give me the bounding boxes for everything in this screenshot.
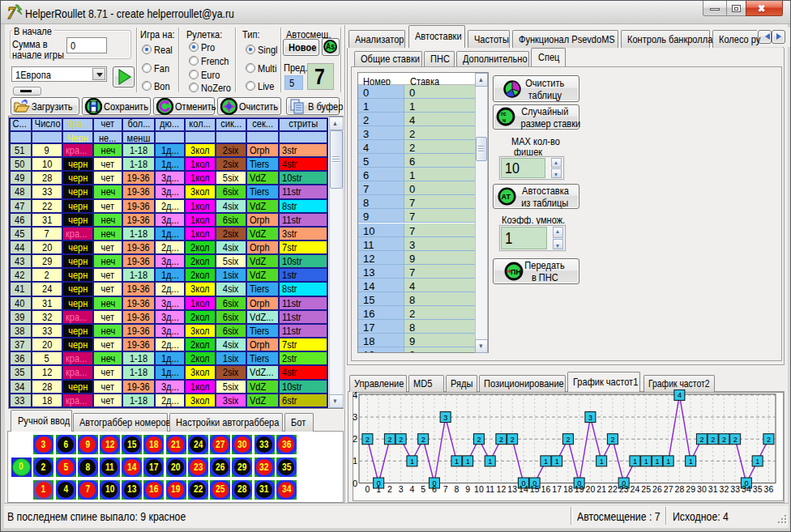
- svg-text:35: 35: [753, 484, 763, 494]
- svg-text:4: 4: [353, 390, 357, 400]
- svg-text:12: 12: [497, 484, 507, 494]
- svg-text:3: 3: [443, 414, 447, 422]
- svg-text:31: 31: [708, 484, 718, 494]
- svg-text:3: 3: [588, 414, 592, 422]
- svg-text:20: 20: [586, 484, 596, 494]
- svg-text:4: 4: [409, 484, 414, 494]
- svg-text:34: 34: [742, 484, 751, 494]
- svg-text:15: 15: [530, 484, 540, 494]
- svg-text:гс: гс: [501, 111, 507, 117]
- svg-text:1: 1: [655, 458, 659, 466]
- svg-text:29: 29: [686, 484, 695, 494]
- svg-text:1: 1: [633, 458, 637, 466]
- svg-text:1: 1: [689, 458, 693, 466]
- svg-text:33: 33: [730, 484, 740, 494]
- svg-text:2: 2: [733, 436, 738, 444]
- svg-text:26: 26: [652, 484, 662, 494]
- svg-text:2: 2: [421, 436, 425, 444]
- svg-text:18: 18: [563, 484, 573, 494]
- svg-text:1: 1: [555, 458, 559, 466]
- svg-text:0: 0: [353, 479, 357, 488]
- svg-text:2: 2: [353, 434, 357, 444]
- svg-text:2: 2: [566, 436, 570, 444]
- svg-text:9: 9: [465, 484, 470, 494]
- svg-text:2: 2: [387, 484, 392, 494]
- svg-text:8: 8: [454, 484, 459, 494]
- svg-text:32: 32: [720, 484, 729, 494]
- svg-text:13: 13: [507, 484, 517, 494]
- svg-text:2: 2: [499, 436, 503, 444]
- svg-text:7: 7: [7, 4, 16, 21]
- svg-text:16: 16: [541, 484, 551, 494]
- svg-text:28: 28: [675, 484, 685, 494]
- svg-text:3: 3: [399, 484, 404, 494]
- svg-text:4: 4: [678, 391, 682, 399]
- svg-text:1: 1: [455, 458, 459, 466]
- svg-text:2: 2: [366, 436, 370, 444]
- svg-text:1: 1: [488, 458, 492, 466]
- svg-text:2: 2: [610, 436, 614, 444]
- svg-text:0: 0: [365, 484, 370, 494]
- svg-text:24: 24: [631, 484, 640, 494]
- svg-text:1: 1: [644, 458, 648, 466]
- svg-text:10: 10: [474, 484, 484, 494]
- svg-text:2: 2: [699, 436, 703, 444]
- svg-text:2: 2: [722, 436, 726, 444]
- svg-text:1: 1: [600, 458, 604, 466]
- svg-text:25: 25: [641, 484, 651, 494]
- svg-text:36: 36: [764, 484, 774, 494]
- svg-text:3: 3: [353, 412, 357, 422]
- svg-text:АТ: АТ: [502, 193, 511, 201]
- svg-text:22: 22: [608, 484, 618, 494]
- svg-text:23: 23: [619, 484, 629, 494]
- svg-text:11: 11: [485, 484, 494, 494]
- svg-text:2: 2: [387, 436, 391, 444]
- svg-text:1: 1: [353, 456, 357, 466]
- svg-text:1: 1: [466, 458, 470, 466]
- svg-text:1: 1: [544, 458, 548, 466]
- svg-text:30: 30: [697, 484, 707, 494]
- svg-text:5: 5: [421, 484, 425, 494]
- svg-text:6: 6: [432, 484, 437, 494]
- svg-text:1: 1: [376, 484, 381, 494]
- svg-text:1: 1: [666, 458, 670, 466]
- svg-text:1: 1: [755, 458, 759, 466]
- svg-text:21: 21: [596, 484, 606, 494]
- svg-text:2: 2: [511, 436, 515, 444]
- svg-text:ПН: ПН: [511, 268, 521, 276]
- svg-text:17: 17: [552, 484, 562, 494]
- svg-text:2: 2: [399, 436, 403, 444]
- svg-text:19: 19: [575, 484, 584, 494]
- svg-text:2: 2: [767, 436, 771, 444]
- svg-text:7: 7: [443, 484, 448, 494]
- svg-text:2: 2: [477, 436, 481, 444]
- svg-text:14: 14: [519, 484, 528, 494]
- svg-text:27: 27: [664, 484, 673, 494]
- svg-text:ч: ч: [502, 117, 506, 123]
- svg-text:2: 2: [711, 436, 715, 444]
- svg-text:1: 1: [410, 458, 414, 466]
